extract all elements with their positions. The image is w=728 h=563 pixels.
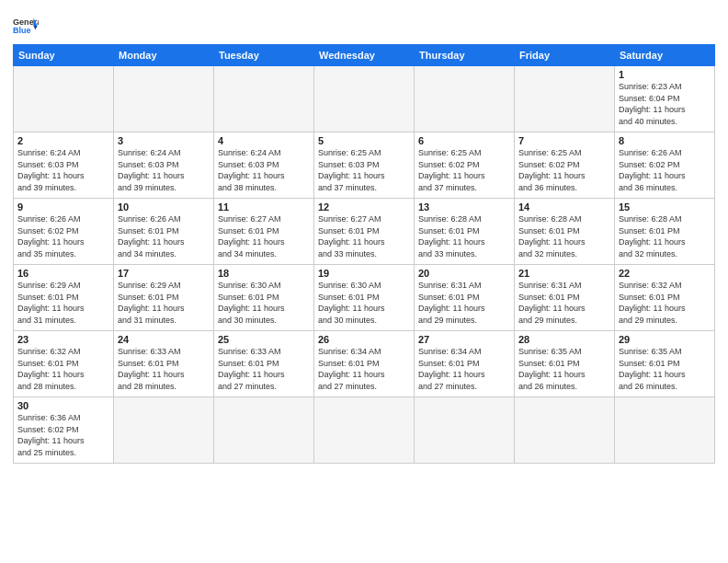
day-info: Sunrise: 6:34 AM Sunset: 6:01 PM Dayligh… [318, 346, 410, 392]
day-number: 17 [118, 268, 210, 279]
day-number: 19 [318, 268, 410, 279]
day-info: Sunrise: 6:28 AM Sunset: 6:01 PM Dayligh… [418, 213, 510, 259]
calendar-cell: 17Sunrise: 6:29 AM Sunset: 6:01 PM Dayli… [114, 265, 214, 331]
calendar-cell [415, 397, 515, 464]
calendar-week-row: 23Sunrise: 6:32 AM Sunset: 6:01 PM Dayli… [14, 331, 715, 397]
calendar-cell [314, 66, 415, 132]
day-number: 13 [418, 201, 510, 213]
day-number: 3 [118, 135, 210, 146]
calendar-cell [615, 397, 715, 464]
calendar-cell [14, 66, 114, 132]
day-number: 26 [318, 334, 410, 345]
svg-text:Blue: Blue [13, 26, 31, 35]
calendar-cell: 7Sunrise: 6:25 AM Sunset: 6:02 PM Daylig… [515, 132, 615, 199]
calendar-cell: 22Sunrise: 6:32 AM Sunset: 6:01 PM Dayli… [615, 265, 715, 331]
calendar-cell: 10Sunrise: 6:26 AM Sunset: 6:01 PM Dayli… [114, 199, 214, 265]
day-number: 14 [518, 201, 610, 213]
day-info: Sunrise: 6:34 AM Sunset: 6:01 PM Dayligh… [418, 346, 510, 392]
day-info: Sunrise: 6:35 AM Sunset: 6:01 PM Dayligh… [619, 346, 711, 392]
day-info: Sunrise: 6:31 AM Sunset: 6:01 PM Dayligh… [418, 280, 510, 326]
day-number: 6 [418, 135, 510, 146]
calendar-cell [515, 397, 615, 464]
calendar-cell: 21Sunrise: 6:31 AM Sunset: 6:01 PM Dayli… [515, 265, 615, 331]
day-info: Sunrise: 6:28 AM Sunset: 6:01 PM Dayligh… [619, 213, 711, 259]
calendar-cell: 30Sunrise: 6:36 AM Sunset: 6:02 PM Dayli… [14, 397, 114, 464]
day-info: Sunrise: 6:32 AM Sunset: 6:01 PM Dayligh… [17, 346, 109, 392]
calendar-week-row: 16Sunrise: 6:29 AM Sunset: 6:01 PM Dayli… [14, 265, 715, 331]
day-number: 1 [619, 69, 711, 80]
calendar-cell: 8Sunrise: 6:26 AM Sunset: 6:02 PM Daylig… [615, 132, 715, 199]
calendar-cell [114, 397, 214, 464]
day-number: 16 [17, 268, 109, 279]
calendar-cell [214, 66, 314, 132]
day-number: 18 [218, 268, 310, 279]
day-header-tuesday: Tuesday [214, 45, 314, 66]
day-number: 7 [518, 135, 610, 146]
calendar-cell [515, 66, 615, 132]
day-number: 12 [318, 201, 410, 213]
day-info: Sunrise: 6:30 AM Sunset: 6:01 PM Dayligh… [218, 280, 310, 326]
day-number: 5 [318, 135, 410, 146]
calendar-header-row: SundayMondayTuesdayWednesdayThursdayFrid… [14, 45, 715, 66]
calendar-cell: 9Sunrise: 6:26 AM Sunset: 6:02 PM Daylig… [14, 199, 114, 265]
calendar-week-row: 30Sunrise: 6:36 AM Sunset: 6:02 PM Dayli… [14, 397, 715, 464]
day-number: 27 [418, 334, 510, 345]
calendar-cell: 27Sunrise: 6:34 AM Sunset: 6:01 PM Dayli… [415, 331, 515, 397]
calendar-cell: 1Sunrise: 6:23 AM Sunset: 6:04 PM Daylig… [615, 66, 715, 132]
calendar-cell: 25Sunrise: 6:33 AM Sunset: 6:01 PM Dayli… [214, 331, 314, 397]
day-header-wednesday: Wednesday [314, 45, 415, 66]
calendar-cell: 29Sunrise: 6:35 AM Sunset: 6:01 PM Dayli… [615, 331, 715, 397]
day-number: 30 [17, 400, 109, 411]
day-number: 10 [118, 201, 210, 213]
day-header-thursday: Thursday [415, 45, 515, 66]
day-info: Sunrise: 6:25 AM Sunset: 6:03 PM Dayligh… [318, 147, 410, 193]
day-info: Sunrise: 6:26 AM Sunset: 6:02 PM Dayligh… [17, 213, 109, 259]
calendar-cell: 24Sunrise: 6:33 AM Sunset: 6:01 PM Dayli… [114, 331, 214, 397]
logo-icon: General Blue [13, 13, 39, 39]
day-info: Sunrise: 6:32 AM Sunset: 6:01 PM Dayligh… [619, 280, 711, 326]
calendar-cell: 6Sunrise: 6:25 AM Sunset: 6:02 PM Daylig… [415, 132, 515, 199]
calendar-cell [415, 66, 515, 132]
day-number: 20 [418, 268, 510, 279]
day-number: 8 [619, 135, 711, 146]
calendar-cell: 2Sunrise: 6:24 AM Sunset: 6:03 PM Daylig… [14, 132, 114, 199]
calendar-cell: 18Sunrise: 6:30 AM Sunset: 6:01 PM Dayli… [214, 265, 314, 331]
day-number: 4 [218, 135, 310, 146]
calendar-cell [214, 397, 314, 464]
day-info: Sunrise: 6:29 AM Sunset: 6:01 PM Dayligh… [17, 280, 109, 326]
day-header-monday: Monday [114, 45, 214, 66]
day-info: Sunrise: 6:27 AM Sunset: 6:01 PM Dayligh… [318, 213, 410, 259]
day-info: Sunrise: 6:24 AM Sunset: 6:03 PM Dayligh… [17, 147, 109, 193]
day-info: Sunrise: 6:25 AM Sunset: 6:02 PM Dayligh… [518, 147, 610, 193]
day-info: Sunrise: 6:33 AM Sunset: 6:01 PM Dayligh… [118, 346, 210, 392]
calendar-table: SundayMondayTuesdayWednesdayThursdayFrid… [13, 44, 715, 464]
day-header-sunday: Sunday [14, 45, 114, 66]
day-info: Sunrise: 6:23 AM Sunset: 6:04 PM Dayligh… [619, 81, 711, 127]
calendar-cell: 16Sunrise: 6:29 AM Sunset: 6:01 PM Dayli… [14, 265, 114, 331]
calendar-cell: 19Sunrise: 6:30 AM Sunset: 6:01 PM Dayli… [314, 265, 415, 331]
day-number: 23 [17, 334, 109, 345]
calendar-cell: 20Sunrise: 6:31 AM Sunset: 6:01 PM Dayli… [415, 265, 515, 331]
day-info: Sunrise: 6:33 AM Sunset: 6:01 PM Dayligh… [218, 346, 310, 392]
calendar-cell: 5Sunrise: 6:25 AM Sunset: 6:03 PM Daylig… [314, 132, 415, 199]
day-info: Sunrise: 6:30 AM Sunset: 6:01 PM Dayligh… [318, 280, 410, 326]
day-number: 24 [118, 334, 210, 345]
calendar-cell: 3Sunrise: 6:24 AM Sunset: 6:03 PM Daylig… [114, 132, 214, 199]
day-info: Sunrise: 6:31 AM Sunset: 6:01 PM Dayligh… [518, 280, 610, 326]
day-number: 9 [17, 201, 109, 213]
day-number: 28 [518, 334, 610, 345]
day-number: 22 [619, 268, 711, 279]
calendar-cell: 13Sunrise: 6:28 AM Sunset: 6:01 PM Dayli… [415, 199, 515, 265]
calendar-cell: 11Sunrise: 6:27 AM Sunset: 6:01 PM Dayli… [214, 199, 314, 265]
day-info: Sunrise: 6:26 AM Sunset: 6:02 PM Dayligh… [619, 147, 711, 193]
calendar-cell: 23Sunrise: 6:32 AM Sunset: 6:01 PM Dayli… [14, 331, 114, 397]
svg-marker-3 [33, 26, 37, 29]
calendar-cell: 28Sunrise: 6:35 AM Sunset: 6:01 PM Dayli… [515, 331, 615, 397]
logo: General Blue [13, 13, 39, 39]
calendar-week-row: 2Sunrise: 6:24 AM Sunset: 6:03 PM Daylig… [14, 132, 715, 199]
calendar-cell [114, 66, 214, 132]
day-info: Sunrise: 6:24 AM Sunset: 6:03 PM Dayligh… [118, 147, 210, 193]
day-info: Sunrise: 6:25 AM Sunset: 6:02 PM Dayligh… [418, 147, 510, 193]
day-info: Sunrise: 6:26 AM Sunset: 6:01 PM Dayligh… [118, 213, 210, 259]
day-number: 21 [518, 268, 610, 279]
